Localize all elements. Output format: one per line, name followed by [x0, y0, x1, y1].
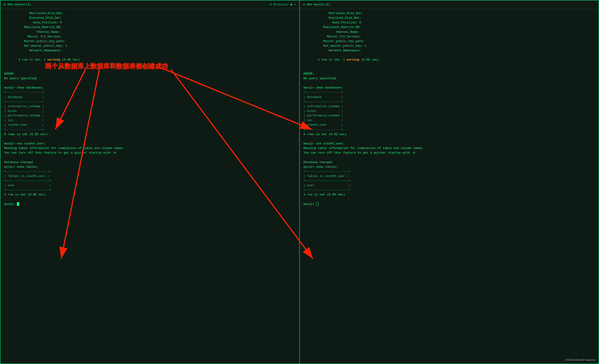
line-table: | mysql | — [303, 109, 595, 113]
line-table: +------------------------+ — [4, 178, 296, 183]
line-db-changed: Database changed — [4, 160, 296, 165]
line-error-msg: No query specified — [4, 76, 296, 81]
terminal-body-2: Retrieved_Gtid_Set: Executed_Gtid_Set: A… — [300, 9, 599, 364]
line-cmd: mysql> show tables; — [303, 165, 595, 169]
line-cmd: mysql> show databases; — [303, 85, 595, 90]
line-table: +------------------------+ — [4, 188, 296, 192]
line-table: | Database | — [4, 95, 296, 99]
line-warning: 1 row in set, 1 warning (0.00 sec) — [303, 53, 595, 67]
terminal-header-1: ⚙ k8s-master(1) ⊞ Broadcast × — [0, 0, 299, 9]
line-table: +--------------------+ — [303, 90, 595, 95]
line-table: | Database | — [303, 95, 595, 99]
line-blank — [4, 81, 296, 85]
line-cmd: mysql> use xiaohh_user; — [303, 141, 595, 146]
line-table: | performance_schema | — [4, 113, 296, 118]
line-table: +------------------------+ — [303, 188, 595, 192]
gear-icon-1: ⚙ — [4, 2, 6, 7]
line-error-label: ERROR: — [4, 71, 296, 76]
line-table: +------------------------+ — [303, 169, 595, 174]
broadcast-label: Broadcast — [274, 3, 289, 6]
terminal-name-1: k8s-master(1) — [7, 3, 31, 6]
line-prompt[interactable]: mysql> — [303, 202, 595, 206]
line-table: | xiaohh_user | — [303, 123, 595, 127]
terminal-name-2: k8s-master(2) — [307, 3, 330, 6]
line: Retrieved_Gtid_Set: — [303, 11, 595, 16]
line-rowcount: 5 rows in set (0.02 sec) — [303, 132, 595, 137]
line-table: | Tables_in_xiaohh_user | — [4, 174, 296, 178]
line: Executed_Gtid_Set: — [303, 16, 595, 20]
line-blank — [4, 67, 296, 71]
line-prompt[interactable]: mysql> — [4, 202, 296, 206]
line-table: | sys | — [303, 118, 595, 123]
line-table: | information_schema | — [4, 104, 296, 109]
line: Master_public_key_path: — [303, 39, 595, 44]
terminal-header-2: ⚙ k8s-master(2) — [300, 0, 599, 9]
line: Executed_Gtid_Set: — [4, 16, 296, 20]
line-blank — [303, 81, 595, 85]
line: Auto_Position: 0 — [303, 20, 595, 25]
line-info: You can turn off this feature to get a q… — [303, 151, 595, 155]
line-blank — [303, 155, 595, 160]
terminal-pane-1: ⚙ k8s-master(1) ⊞ Broadcast × Retrieved_… — [0, 0, 300, 364]
broadcast-icon: ⊞ — [270, 3, 272, 6]
line-table: +--------------------+ — [4, 99, 296, 104]
line-info: Reading table information for completion… — [303, 146, 595, 151]
line-cmd: mysql> use xiaohh_user; — [4, 141, 296, 146]
line-blank — [303, 197, 595, 202]
gear-icon-2: ⚙ — [303, 2, 305, 7]
line-rowcount: 1 row in set (0.00 sec) — [303, 192, 595, 197]
line-table: +--------------------+ — [4, 127, 296, 132]
line-info: You can turn off this feature to get a q… — [4, 151, 296, 155]
terminal-title-1: ⚙ k8s-master(1) — [4, 2, 31, 7]
line-table: | sys | — [4, 118, 296, 123]
line-error-label: ERROR: — [303, 71, 595, 76]
line-table: +--------------------+ — [303, 99, 595, 104]
line: Network_Namespace: — [4, 48, 296, 53]
line-table: | Tables_in_xiaohh_user | — [303, 174, 595, 178]
line: Master_TLS_Version: — [4, 35, 296, 39]
line-table: +------------------------+ — [303, 178, 595, 183]
line-blank — [303, 137, 595, 141]
line: Master_TLS_Version: — [303, 35, 595, 39]
broadcast-dot — [291, 4, 292, 6]
watermark: CSDN @XiaoHH Superme — [565, 358, 595, 361]
line-blank — [4, 197, 296, 202]
line-table: | mysql | — [4, 109, 296, 113]
close-button[interactable]: × — [294, 3, 296, 7]
line-table: | xiaohh_user | — [4, 123, 296, 127]
line: Channel_Name: — [4, 30, 296, 35]
line: Channel_Name: — [303, 30, 595, 35]
line: Master_public_key_path: — [4, 39, 296, 44]
line-blank — [4, 155, 296, 160]
line-table: +------------------------+ — [4, 169, 296, 174]
line-cmd: mysql> show tables; — [4, 165, 296, 169]
line: Replicate_Rewrite_DB: — [4, 25, 296, 30]
line: Network_Namespace: — [303, 48, 595, 53]
terminal-pane-2: ⚙ k8s-master(2) Retrieved_Gtid_Set: Exec… — [300, 0, 599, 364]
line-rowcount: 5 rows in set (0.02 sec) — [4, 132, 296, 137]
line: Get_master_public_key: 1 — [303, 44, 595, 48]
line-info: Reading table information for completion… — [4, 146, 296, 151]
line-table: +--------------------+ — [303, 127, 595, 132]
terminal-body-1: Retrieved_Gtid_Set: Executed_Gtid_Set: A… — [0, 9, 299, 364]
line-db-changed: Database changed — [303, 160, 595, 165]
line-table: | performance_schema | — [303, 113, 595, 118]
line-table: +--------------------+ — [4, 90, 296, 95]
line-error-msg: No query specified — [303, 76, 595, 81]
terminal-title-2: ⚙ k8s-master(2) — [303, 2, 330, 7]
broadcast-area: ⊞ Broadcast × — [270, 3, 296, 7]
line: Retrieved_Gtid_Set: — [4, 11, 296, 16]
line-blank — [4, 137, 296, 141]
line: Replicate_Rewrite_DB: — [303, 25, 595, 30]
line-rowcount: 1 row in set (0.00 sec) — [4, 192, 296, 197]
line-warning: 1 row in set, 1 warning (0.00 sec) — [4, 53, 296, 67]
line-table: | user | — [4, 183, 296, 188]
line-table: | user | — [303, 183, 595, 188]
line: Get_master_public_key: 1 — [4, 44, 296, 48]
terminals-container: ⚙ k8s-master(1) ⊞ Broadcast × Retrieved_… — [0, 0, 599, 364]
line-table: | information_schema | — [303, 104, 595, 109]
line-cmd: mysql> show databases; — [4, 85, 296, 90]
line: Auto_Position: 0 — [4, 20, 296, 25]
line-blank — [303, 67, 595, 71]
